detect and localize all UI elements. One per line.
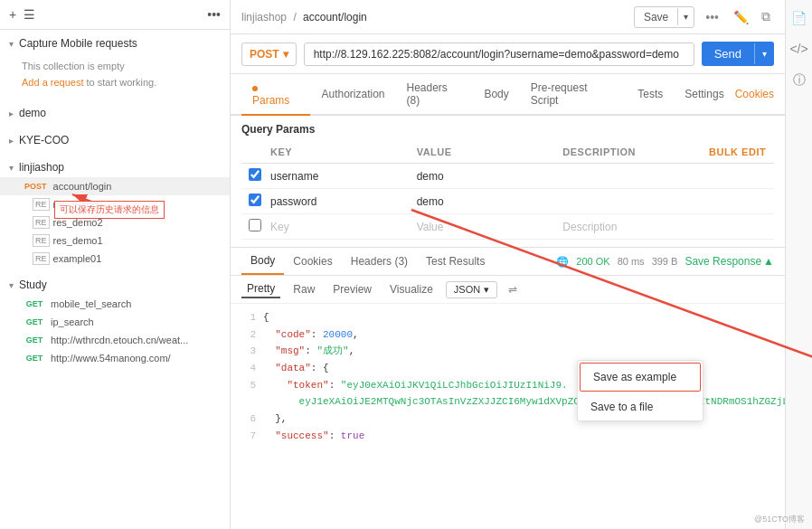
send-dropdown-arrow[interactable]: ▾	[754, 43, 774, 64]
method-label: POST	[250, 48, 279, 61]
get-badge-2: GET	[22, 316, 47, 327]
param-value-1[interactable]: demo	[410, 165, 556, 187]
get-badge-4: GET	[22, 353, 47, 364]
param-desc-2[interactable]	[555, 197, 702, 206]
param-row-empty: Key Value Description	[241, 214, 774, 240]
wt-url-label: http://wthrcdn.etouch.cn/weat...	[51, 335, 188, 345]
param-value-3[interactable]: Value	[410, 216, 556, 238]
mobile-tel-item[interactable]: GET mobile_tel_search	[0, 295, 230, 313]
tab-params[interactable]: Params	[241, 74, 310, 116]
format-tab-pretty[interactable]: Pretty	[241, 280, 280, 298]
header-description: DESCRIPTION	[555, 145, 702, 159]
study-collection-item[interactable]: ▾ Study	[0, 275, 230, 295]
save-to-file-item[interactable]: Save to a file	[578, 393, 703, 420]
header-key: KEY	[263, 145, 410, 159]
params-table: KEY VALUE DESCRIPTION Bulk Edit username…	[241, 141, 774, 240]
main-header: linjiashop / account/login Save ▾ ••• ✏️…	[231, 0, 785, 34]
bulk-edit-btn[interactable]: Bulk Edit	[702, 145, 774, 159]
param-key-1[interactable]: username	[263, 165, 410, 187]
code-icon[interactable]: </>	[786, 38, 811, 60]
add-request-link[interactable]: Add a request	[22, 77, 84, 88]
query-params-section: Query Params KEY VALUE DESCRIPTION Bulk …	[231, 116, 785, 247]
save-dropdown-arrow[interactable]: ▾	[677, 8, 694, 25]
param-value-2[interactable]: demo	[410, 191, 556, 213]
linjiashop-collection-item[interactable]: ▾ linjiashop	[0, 157, 230, 177]
param-check-1[interactable]	[241, 164, 263, 188]
param-key-2[interactable]: password	[263, 191, 410, 213]
line-num-2: 2	[241, 326, 256, 344]
capture-section: ▾ Capture Mobile requests This collectio…	[0, 30, 230, 99]
header-value: VALUE	[410, 145, 556, 159]
response-tab-cookies[interactable]: Cookies	[284, 249, 341, 274]
code-line-7: 7 "success": true	[241, 428, 774, 445]
tab-tests[interactable]: Tests	[627, 80, 674, 109]
format-tab-visualize[interactable]: Visualize	[384, 281, 439, 298]
response-tab-test-results[interactable]: Test Results	[417, 249, 494, 274]
doc-icon[interactable]: 📄	[788, 7, 810, 29]
format-align-icon[interactable]: ⇌	[508, 283, 517, 296]
format-tab-preview[interactable]: Preview	[327, 281, 377, 298]
sidebar-content: ▾ Capture Mobile requests This collectio…	[0, 30, 230, 529]
param-check-2[interactable]	[241, 189, 263, 213]
main-layout: linjiashop / account/login Save ▾ ••• ✏️…	[231, 0, 812, 529]
code-line-2: 2 "code": 20000,	[241, 326, 774, 344]
response-tab-headers[interactable]: Headers (3)	[342, 249, 417, 274]
cookies-link[interactable]: Cookies	[735, 88, 774, 100]
tab-settings[interactable]: Settings	[674, 80, 734, 109]
param-desc-1[interactable]	[555, 172, 702, 181]
breadcrumb-linjiashop: linjiashop	[241, 11, 287, 24]
save-response-button[interactable]: Save Response ▲	[685, 255, 774, 268]
response-tab-body[interactable]: Body	[241, 248, 284, 275]
format-tab-raw[interactable]: Raw	[288, 281, 320, 298]
account-login-label: account/login	[53, 181, 112, 192]
res-badge-4: RE	[33, 252, 50, 265]
tab-authorization[interactable]: Authorization	[310, 80, 395, 109]
tab-pre-request[interactable]: Pre-request Script	[520, 74, 627, 116]
save-button[interactable]: Save ▾	[634, 6, 694, 28]
save-as-example-item[interactable]: Save as example	[580, 363, 701, 392]
param-key-3[interactable]: Key	[263, 216, 410, 238]
query-params-title: Query Params	[241, 123, 774, 136]
method-chevron: ▾	[283, 48, 288, 61]
param-row-password: password demo	[241, 189, 774, 214]
param-check-3[interactable]	[241, 214, 263, 239]
filter-icon[interactable]: ☰	[24, 7, 35, 22]
kye-coo-collection-item[interactable]: ▸ KYE-COO	[0, 130, 230, 150]
edit-icon-button[interactable]: ✏️	[730, 6, 752, 28]
get-badge-3: GET	[22, 335, 47, 345]
post-badge: POST	[22, 181, 50, 192]
add-icon[interactable]: +	[9, 7, 16, 22]
json-format-select[interactable]: JSON ▾	[446, 281, 497, 298]
manong-url-item[interactable]: GET http://www.54manong.com/	[0, 349, 230, 367]
wt-url-item[interactable]: GET http://wthrcdn.etouch.cn/weat...	[0, 331, 230, 349]
breadcrumb: linjiashop / account/login	[241, 11, 367, 24]
linjiashop-label: linjiashop	[19, 161, 64, 174]
param-desc-3[interactable]: Description	[555, 216, 702, 238]
tab-headers[interactable]: Headers (8)	[396, 74, 474, 116]
line-num-6: 6	[241, 411, 256, 428]
res-demo1-item[interactable]: RE res_demo1	[0, 231, 230, 250]
method-select[interactable]: POST ▾	[241, 43, 297, 66]
study-label: Study	[19, 279, 47, 291]
capture-collection-item[interactable]: ▾ Capture Mobile requests	[0, 33, 230, 53]
linjiashop-chevron: ▾	[9, 163, 14, 173]
code-line-3: 3 "msg": "成功",	[241, 343, 774, 360]
breadcrumb-current: account/login	[303, 11, 367, 24]
res-badge-3: RE	[33, 234, 50, 247]
url-input[interactable]	[304, 43, 694, 66]
url-bar: POST ▾ Send ▾	[231, 34, 785, 74]
sidebar-dots-icon[interactable]: •••	[207, 7, 221, 22]
send-button[interactable]: Send ▾	[702, 42, 774, 66]
tab-body[interactable]: Body	[473, 80, 519, 109]
info-icon[interactable]: ⓘ	[789, 69, 809, 92]
ip-search-item[interactable]: GET ip_search	[0, 313, 230, 331]
demo-collection-item[interactable]: ▸ demo	[0, 103, 230, 123]
study-section: ▾ Study GET mobile_tel_search GET ip_sea…	[0, 271, 230, 371]
line-content-4: "data": {	[263, 360, 329, 377]
copy-icon-button[interactable]: ⧉	[758, 5, 774, 28]
response-tabs: Body Cookies Headers (3) Test Results 🌐 …	[231, 248, 785, 276]
header-dots-button[interactable]: •••	[700, 8, 724, 26]
example01-item[interactable]: RE example01	[0, 250, 230, 268]
line-content-1: {	[263, 309, 269, 326]
account-login-item[interactable]: POST account/login	[0, 177, 230, 195]
